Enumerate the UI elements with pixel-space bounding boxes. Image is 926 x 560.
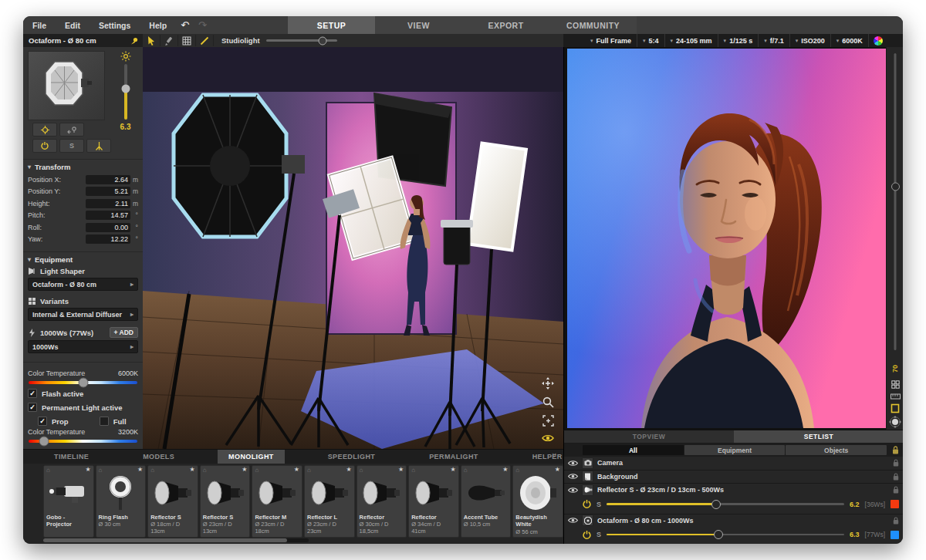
tab-topview[interactable]: TOPVIEW [564, 430, 734, 444]
lock-icon[interactable] [893, 486, 899, 494]
library-tab[interactable]: SPEEDLIGHT [317, 450, 387, 464]
color-temp-slider[interactable] [29, 381, 137, 384]
transform-value-input[interactable]: 2.64 [86, 175, 130, 184]
menu-item[interactable]: Edit [56, 21, 90, 30]
full-checkbox[interactable] [100, 417, 109, 426]
light-shaper-dropdown[interactable]: Octaform - Ø 80 cm ▸ [28, 278, 138, 291]
transform-value-input[interactable]: 0.00 [86, 223, 130, 232]
collapse-panel-icon[interactable]: » [550, 453, 559, 457]
setlist-row[interactable]: Reflector S - Ø 23cm / D 13cm - 500Ws S … [564, 484, 903, 514]
s-mode-button[interactable]: S [59, 139, 84, 153]
favorite-star-icon[interactable]: ★ [346, 466, 351, 473]
power-icon[interactable] [583, 500, 591, 508]
render-zoom-slider[interactable] [894, 53, 897, 350]
setlist-filter-button[interactable]: Equipment [684, 445, 786, 455]
lock-icon[interactable] [893, 473, 899, 481]
pan-control-icon[interactable] [887, 416, 903, 430]
equipment-card[interactable]: ⌂ ★ Ring Flash Ø 30 cm [96, 465, 147, 538]
visibility-eye-icon[interactable] [568, 473, 578, 480]
grid-tool-icon[interactable] [178, 35, 196, 46]
line-tool-icon[interactable] [196, 35, 214, 46]
setlist-filter-button[interactable]: Objects [786, 445, 887, 455]
studio-3d-viewport[interactable] [143, 47, 563, 449]
intensity-slider[interactable] [124, 64, 127, 120]
power-dropdown[interactable]: 1000Ws ▸ [28, 340, 138, 353]
visibility-eye-icon[interactable] [568, 517, 578, 524]
setlist-filter-button[interactable]: All [583, 445, 684, 455]
add-power-button[interactable]: + ADD [110, 327, 138, 338]
layout-grid-icon[interactable] [887, 380, 903, 390]
pin-icon[interactable] [130, 36, 139, 46]
crop-frame-icon[interactable] [887, 403, 903, 415]
camera-setting-dropdown[interactable]: ▾ Full Frame [585, 34, 637, 47]
target-light-button[interactable] [32, 123, 57, 137]
equipment-card[interactable]: ⌂ ★ Beautydish White Ø 56 cm [512, 465, 563, 538]
favorite-star-icon[interactable]: ★ [190, 466, 195, 473]
equipment-card[interactable]: ⌂ ★ Gobo - Projector [43, 465, 94, 538]
favorite-star-icon[interactable]: ★ [502, 466, 508, 473]
color-wheel-icon[interactable] [874, 36, 883, 46]
variants-dropdown[interactable]: Internal & External Diffuser ▸ [28, 308, 138, 321]
move-light-button[interactable] [59, 123, 84, 137]
favorite-star-icon[interactable]: ★ [398, 466, 404, 473]
lock-icon[interactable] [893, 517, 899, 525]
visibility-eye-icon[interactable] [568, 487, 578, 494]
power-slider[interactable] [607, 534, 844, 536]
transform-value-input[interactable]: 5.21 [86, 187, 130, 196]
visibility-eye-icon[interactable] [568, 460, 578, 467]
equipment-card[interactable]: ⌂ ★ Reflector L Ø 23cm / D 23cm [304, 465, 355, 538]
transform-value-input[interactable]: 14.57 [86, 211, 130, 220]
menu-item[interactable]: Settings [90, 21, 140, 30]
equipment-card[interactable]: ⌂ ★ Reflector Ø 34cm / D 41cm [408, 465, 459, 538]
studiolight-slider[interactable] [266, 39, 337, 42]
library-tab[interactable]: MODELS [132, 450, 185, 464]
favorite-star-icon[interactable]: ★ [294, 466, 299, 473]
library-tab[interactable]: PERMALIGHT [418, 450, 489, 464]
permanent-light-checkbox[interactable]: ✓ Permanent Light active [28, 403, 138, 412]
ruler-icon[interactable] [887, 393, 903, 401]
equipment-card[interactable]: ⌂ ★ Reflector M Ø 23cm / D 18cm [252, 465, 302, 538]
power-icon[interactable] [583, 531, 591, 539]
cards-scrollbar[interactable] [43, 538, 309, 542]
lock-all-icon[interactable] [892, 446, 899, 456]
fit-view-icon[interactable] [542, 415, 554, 427]
power-toggle-button[interactable] [32, 139, 57, 153]
equipment-card[interactable]: ⌂ ★ Accent Tube Ø 10,5 cm [461, 465, 512, 538]
setlist-row[interactable]: Octaform - Ø 80 cm - 1000Ws S 6.3 [564, 514, 903, 545]
s-mode-label[interactable]: S [596, 531, 601, 538]
zoom-magnifier-icon[interactable] [542, 396, 554, 408]
setlist-row[interactable]: Camera S [564, 457, 903, 471]
transform-value-input[interactable]: 12.22 [86, 234, 130, 244]
equipment-card[interactable]: ⌂ ★ Reflector S Ø 18cm / D 13cm [147, 465, 198, 538]
show-lights-eye-icon[interactable] [542, 433, 554, 443]
light-color-swatch[interactable] [891, 531, 899, 539]
stand-toggle-button[interactable] [86, 139, 111, 153]
favorite-star-icon[interactable]: ★ [137, 466, 143, 473]
camera-setting-dropdown[interactable]: ▾ 24-105 mm [665, 34, 718, 47]
library-tab[interactable]: MONOLIGHT [218, 450, 285, 464]
camera-setting-dropdown[interactable]: ▾ f/7.1 [759, 34, 790, 47]
main-tab[interactable]: SETUP [288, 16, 375, 34]
pen-tool-icon[interactable] [161, 35, 178, 46]
select-cursor-icon[interactable] [143, 35, 161, 46]
undo-icon[interactable]: ↶ [176, 19, 194, 31]
transform-section-header[interactable]: ▾ Transform [28, 163, 138, 171]
light-color-swatch[interactable] [891, 500, 899, 508]
camera-setting-dropdown[interactable]: ▾ 1/125 s [718, 34, 759, 47]
prop-checkbox[interactable]: ✓ [38, 417, 47, 426]
menu-item[interactable]: File [23, 21, 56, 30]
s-mode-label[interactable]: S [596, 501, 601, 508]
permanent-color-temp-slider[interactable] [29, 440, 137, 443]
favorite-star-icon[interactable]: ★ [555, 466, 560, 473]
camera-setting-dropdown[interactable]: ▾ ISO200 [790, 34, 831, 47]
pan-move-icon[interactable] [542, 377, 554, 390]
setlist-row[interactable]: Background S [564, 471, 903, 484]
library-tab[interactable]: TIMELINE [43, 450, 100, 464]
flash-active-checkbox[interactable]: ✓ Flash active [28, 389, 138, 398]
favorite-star-icon[interactable]: ★ [451, 466, 456, 473]
main-tab[interactable]: COMMUNITY [549, 16, 637, 34]
lock-icon[interactable] [893, 459, 899, 467]
transform-value-input[interactable]: 2.11 [86, 199, 130, 208]
power-slider[interactable] [607, 503, 844, 505]
main-tab[interactable]: EXPORT [462, 16, 549, 34]
